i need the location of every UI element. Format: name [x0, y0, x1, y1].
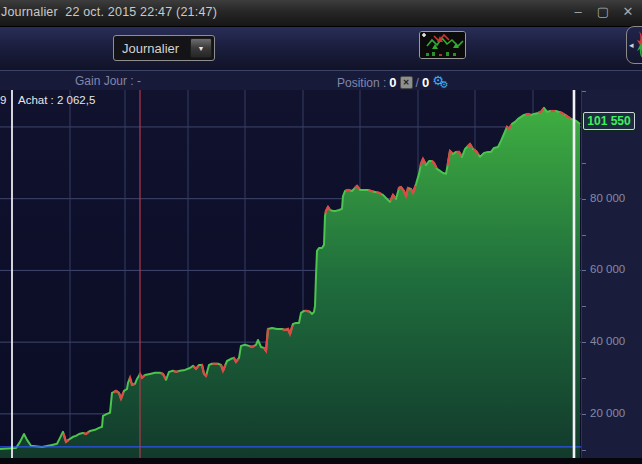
drawdown-tick	[369, 190, 374, 191]
position-separator: /	[416, 76, 419, 90]
drawdown-tick	[84, 432, 89, 434]
chart-style-button[interactable]	[419, 31, 466, 59]
position-label: Position :	[337, 76, 386, 90]
timeframe-value: Journalier	[114, 41, 190, 56]
axis-tick	[582, 378, 586, 379]
drawdown-tick	[283, 329, 288, 330]
axis-tick	[582, 91, 586, 92]
chevron-down-icon[interactable]: ▼	[190, 38, 212, 58]
price-axis[interactable]: 101 550 100 00080 00060 00040 00020 000	[581, 90, 642, 458]
title-bar: Journalier 22 oct. 2015 22:47 (21:47) – …	[0, 0, 642, 27]
position-open-count: 0	[389, 75, 396, 90]
trade-marker-fragment: 9	[0, 94, 6, 106]
axis-tick	[582, 414, 586, 415]
equity-area	[0, 108, 580, 458]
info-row: Gain Jour : - Position : 0 ✕ / 0 ⚙⚙	[0, 70, 642, 91]
axis-tick-label: 80 000	[590, 192, 625, 204]
chart-style-icon	[420, 32, 465, 58]
position-pending-count: 0	[422, 75, 429, 90]
last-value-label: 101 550	[583, 112, 635, 130]
drawdown-tick	[346, 190, 351, 191]
bottom-edge	[0, 458, 642, 464]
axis-tick	[582, 450, 586, 451]
drawdown-tick	[305, 311, 310, 312]
drawdown-tick	[250, 346, 255, 347]
axis-tick	[582, 342, 586, 343]
drawdown-tick	[174, 371, 179, 372]
drawdown-tick	[194, 366, 199, 369]
window-minimize-icon[interactable]: –	[570, 4, 586, 20]
trading-window: { "window": { "title": "Journalier 22 oc…	[0, 0, 642, 464]
axis-tick	[582, 235, 586, 236]
timeframe-dropdown[interactable]: Journalier ▼	[113, 35, 215, 61]
position-status: Position : 0 ✕ / 0 ⚙⚙	[337, 74, 449, 91]
window-controls: – ▢ ✕	[570, 4, 636, 20]
equity-curve-plot[interactable]	[0, 90, 581, 458]
gain-day-value: -	[137, 74, 141, 88]
axis-tick	[582, 270, 586, 271]
buy-sell-arrows-icon	[634, 30, 642, 60]
gain-day: Gain Jour : -	[75, 74, 141, 88]
axis-tick-label: 60 000	[590, 263, 625, 275]
trade-entry-label: Achat : 2 062,5	[18, 94, 95, 106]
axis-tick	[582, 306, 586, 307]
axis-tick	[582, 199, 586, 200]
toolbar: Journalier ▼ ◂	[0, 27, 642, 70]
position-settings-icon[interactable]: ⚙⚙	[432, 74, 449, 91]
axis-tick-label: 40 000	[590, 335, 625, 347]
close-position-icon[interactable]: ✕	[400, 76, 413, 89]
window-title: Journalier 22 oct. 2015 22:47 (21:47)	[1, 5, 217, 19]
window-maximize-icon[interactable]: ▢	[595, 4, 611, 20]
axis-tick	[582, 163, 586, 164]
chart-region: 9 Achat : 2 062,5 101 550 100 00080 0006…	[0, 90, 642, 458]
orders-panel-tab[interactable]: ◂	[626, 26, 642, 64]
axis-tick-label: 20 000	[590, 407, 625, 419]
window-close-icon[interactable]: ✕	[620, 4, 636, 20]
gain-day-label: Gain Jour :	[75, 74, 134, 88]
drawdown-tick	[526, 114, 531, 115]
